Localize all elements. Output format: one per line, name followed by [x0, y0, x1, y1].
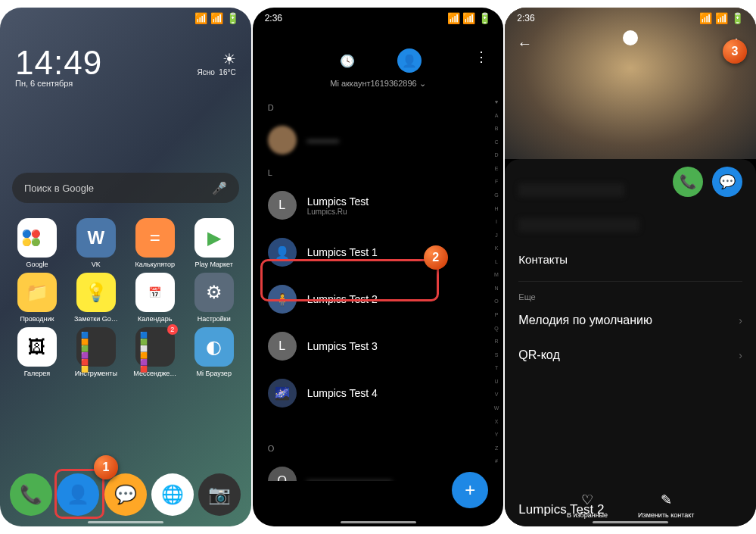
app-calendar[interactable]: 📅Календарь [127, 273, 183, 323]
app-explorer[interactable]: 📁Проводник [9, 273, 65, 323]
qr-row[interactable]: QR-код› [505, 338, 756, 373]
section-more: Еще [505, 286, 756, 303]
contact-name-title: Lumpics Test 2 [518, 502, 604, 517]
clock-time: 14:49 [15, 44, 102, 82]
app-tools-folder[interactable]: 🟦🟧🟩🟪🟥🟨Инструменты [68, 327, 124, 377]
contact-detail-screen: 2:36 📶 📶 🔋 ← ⋮ Lumpics Test 2 Контакты Е… [505, 8, 756, 526]
status-bar: 2:36 📶 📶 🔋 [253, 8, 504, 29]
contacts-tabs: 🕓 👤 [253, 42, 504, 79]
app-calculator[interactable]: =Калькулятор [127, 218, 183, 268]
contact-row[interactable]: O———————— [253, 457, 484, 481]
highlight-contacts [54, 469, 104, 519]
mic-icon[interactable]: 🎤 [212, 181, 227, 195]
app-notes[interactable]: 💡Заметки Go… [68, 273, 124, 323]
status-icons: 📶 📶 🔋 [447, 12, 492, 24]
google-search-bar[interactable]: Поиск в Google 🎤 [12, 173, 239, 203]
section-o: O [253, 439, 484, 457]
app-google[interactable]: 🔵🔴🟡🟢Google [9, 218, 65, 268]
nav-indicator [593, 521, 668, 523]
section-l: L [253, 164, 484, 182]
ringtone-row[interactable]: Мелодия по умолчанию› [505, 303, 756, 338]
add-contact-fab[interactable]: + [452, 472, 488, 508]
app-play-market[interactable]: ▶Play Маркет [186, 218, 242, 268]
more-menu-icon[interactable]: ⋮ [474, 48, 488, 65]
status-icons: 📶 📶 🔋 [699, 12, 744, 24]
chevron-down-icon: ⌄ [419, 79, 426, 88]
message-button[interactable]: 💬 [712, 167, 742, 197]
app-settings[interactable]: ⚙Настройки [186, 273, 242, 323]
alphabet-index[interactable]: ♥ABCDEFGHIJKLMNOPQRSTUVWXYZ# [494, 98, 499, 466]
chevron-right-icon: › [739, 349, 742, 361]
app-messengers-folder[interactable]: 🟦🟩⬜🟧🟪🟥2Мессендже… [127, 327, 183, 377]
contact-row[interactable]: LLumpics TestLumpics.Ru [253, 182, 484, 229]
contact-actions: 📞 💬 [673, 167, 742, 197]
call-button[interactable]: 📞 [673, 167, 703, 197]
dock-phone-icon[interactable]: 📞 [10, 473, 52, 516]
back-button[interactable]: ← [517, 35, 532, 52]
dock-camera-icon[interactable]: 📷 [198, 473, 241, 516]
search-placeholder: Поиск в Google [24, 183, 94, 194]
nav-indicator [341, 521, 416, 523]
dock-messages-icon[interactable]: 💬 [104, 473, 147, 516]
edit-contact-button[interactable]: ✎Изменить контакт [638, 492, 694, 519]
tab-contacts[interactable]: 👤 [397, 48, 422, 73]
tab-recent[interactable]: 🕓 [335, 48, 359, 73]
section-d: D [253, 98, 484, 117]
weather-widget[interactable]: ☀ Ясно 16°C [197, 50, 235, 77]
contact-row[interactable]: LLumpics Test 3 [253, 323, 484, 370]
contacts-list-screen: 2:36 📶 📶 🔋 🕓 👤 ⋮ Mi аккаунт1619362896 ⌄ … [253, 8, 504, 526]
chevron-right-icon: › [739, 314, 742, 326]
status-bar: 2:36 📶 📶 🔋 [505, 8, 756, 29]
section-contacts: Контакты [505, 242, 756, 276]
nav-indicator [88, 521, 163, 523]
app-grid: 🔵🔴🟡🟢Google WVK =Калькулятор ▶Play Маркет… [9, 218, 242, 377]
status-time: 2:36 [517, 13, 534, 23]
contact-header-photo [505, 8, 756, 159]
marker-1: 1 [94, 455, 118, 479]
home-screen: 📶 📶 🔋 14:49 Пн, 6 сентября ☀ Ясно 16°C П… [0, 8, 251, 526]
app-gallery[interactable]: 🖼Галерея [9, 327, 65, 377]
contact-row[interactable]: ——— [253, 117, 484, 164]
highlight-contact [260, 259, 439, 301]
weather-icon: ☀ [197, 50, 235, 68]
dock-chrome-icon[interactable]: 🌐 [151, 473, 194, 516]
app-vk[interactable]: WVK [68, 218, 124, 268]
marker-2: 2 [424, 245, 448, 270]
marker-3: 3 [723, 39, 747, 64]
clock-date: Пн, 6 сентября [15, 79, 102, 88]
contact-row[interactable]: 🌌Lumpics Test 4 [253, 370, 484, 417]
edit-icon: ✎ [661, 492, 672, 508]
status-time: 2:36 [265, 13, 282, 23]
email-row[interactable] [505, 208, 756, 242]
account-selector[interactable]: Mi аккаунт1619362896 ⌄ [253, 79, 504, 89]
clock-widget[interactable]: 14:49 Пн, 6 сентября [15, 44, 102, 88]
dock: 📞 👤 💬 🌐 📷 [0, 473, 251, 516]
status-icons: 📶 📶 🔋 [194, 12, 239, 24]
detail-sheet: Контакты Еще Мелодия по умолчанию› QR-ко… [505, 159, 756, 526]
status-bar: 📶 📶 🔋 [0, 8, 251, 29]
app-mi-browser[interactable]: ◐Mi Браузер [186, 327, 242, 377]
